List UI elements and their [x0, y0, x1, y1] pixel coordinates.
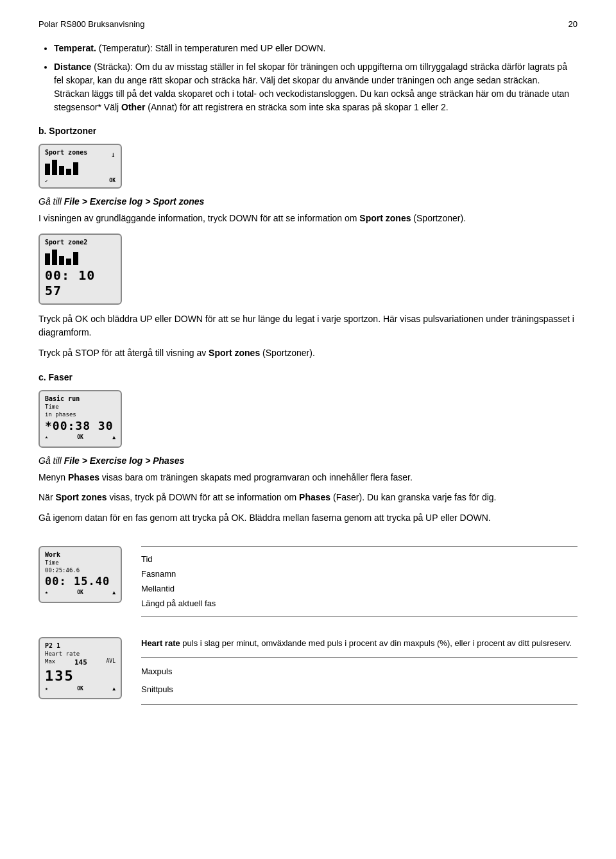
bar-4 — [66, 169, 71, 175]
device1-ok: OK — [109, 178, 116, 183]
hr-bottom: ★ OK ▲ — [45, 686, 116, 692]
faser-line2: Time — [45, 404, 116, 410]
section-c-para3: Gå igenom datan för en fas genom att try… — [38, 511, 578, 525]
device-faser: Basic run Time in phases *00:38 30 ★ OK … — [38, 390, 122, 448]
faser-ok: OK — [77, 434, 83, 440]
para1-bold: Sport zones — [359, 213, 411, 223]
section-c-para1: Menyn Phases visas bara om träningen ska… — [38, 471, 578, 485]
info-table-1: Tid Fasnamn Mellantid Längd på aktuell f… — [141, 546, 578, 617]
page-header: Polar RS800 Bruksanvisning 20 — [38, 19, 578, 29]
para1c-prefix: Menyn — [38, 472, 68, 482]
faser-line3: in phases — [45, 411, 116, 418]
hr-para: Heart rate puls i slag per minut, omväxl… — [141, 637, 578, 651]
table-row-tid: Tid — [141, 552, 578, 566]
work-ok: OK — [77, 590, 83, 595]
para1c-bold: Phases — [68, 472, 99, 482]
work-line1: Work — [45, 551, 116, 558]
para2c-prefix: När — [38, 492, 55, 502]
label-fasnamn: Fasnamn — [141, 569, 176, 579]
para2c-text: visas, tryck på DOWN för att se informat… — [107, 492, 300, 502]
label-snittpuls: Snittpuls — [141, 685, 173, 694]
work-line3: 00:25:46.6 — [45, 567, 116, 574]
faser-arrow: ▲ — [112, 434, 116, 440]
hr-info-text: Heart rate puls i slag per minut, omväxl… — [141, 637, 578, 705]
hr-ok: OK — [77, 686, 83, 692]
para1-rest: (Sportzoner). — [411, 213, 466, 223]
bar-5 — [73, 162, 78, 175]
d2-bar-1 — [45, 253, 50, 265]
hr-arrow: ▲ — [112, 686, 116, 692]
section-c-heading: c. Faser — [38, 372, 578, 382]
page-container: Polar RS800 Bruksanvisning 20 Temperat. … — [0, 0, 616, 745]
bullet-distance-other: Other — [121, 102, 145, 112]
section-b-para3: Tryck på STOP för att återgå till visnin… — [38, 346, 578, 361]
hr-display: 135 — [45, 668, 116, 684]
bullet-temperat-text: (Temperatur): Ställ in temperaturen med … — [96, 43, 326, 53]
hr-value: 145 — [74, 658, 87, 667]
work-time: 00: 15.40 — [45, 575, 116, 588]
section-c-para2: När Sport zones visas, tryck på DOWN för… — [38, 491, 578, 505]
faser-star: ★ — [45, 434, 48, 440]
hr-star: ★ — [45, 686, 48, 692]
bullet-distance-bold: Distance — [54, 62, 91, 72]
d2-bar-5 — [73, 252, 78, 265]
info-box-row-1: Work Time 00:25:46.6 00: 15.40 ★ OK ▲ Ti… — [38, 538, 578, 617]
d2-bar-4 — [66, 259, 71, 265]
device-sport-zones-1: Sport zones ↓ ↙ OK — [38, 144, 122, 189]
para1c-text: visas bara om träningen skapats med prog… — [99, 472, 413, 482]
table-row-snittpuls: Snittpuls — [141, 681, 578, 699]
para2c-bold2: Phases — [299, 492, 330, 502]
section-c: c. Faser Basic run Time in phases *00:38… — [38, 372, 578, 707]
para2c-bold1: Sport zones — [55, 492, 107, 502]
bar-2 — [52, 160, 57, 175]
work-star: ★ — [45, 590, 48, 595]
bullet-temperat-bold: Temperat. — [54, 43, 96, 53]
table-row-maxpuls: Maxpuls — [141, 663, 578, 681]
faser-bottom: ★ OK ▲ — [45, 434, 116, 440]
para2c-rest: (Faser). Du kan granska varje fas för di… — [330, 492, 496, 502]
device1-title: Sport zones — [45, 149, 116, 156]
section-b-nav: Gå till File > Exercise log > Sport zone… — [38, 196, 578, 207]
device1-arrow: ↓ — [111, 150, 116, 159]
bullet-distance-text2: (Annat) för att registrera en sträcka so… — [145, 102, 448, 112]
info-box-row-2: P2 1 Heart rate Max 145 AVL 135 ★ OK ▲ H… — [38, 629, 578, 707]
para3-bold: Sport zones — [209, 348, 260, 358]
d2-bar-3 — [59, 256, 64, 265]
hr-line2: Heart rate — [45, 651, 116, 657]
bar-1 — [45, 164, 50, 175]
hr-sub: AVL — [107, 658, 116, 667]
device2-time: 00: 10 57 — [45, 268, 116, 298]
section-b-para2: Tryck på OK och bläddra UP eller DOWN fö… — [38, 312, 578, 340]
device1-bottom: ↙ OK — [45, 178, 116, 183]
work-arrow: ▲ — [112, 590, 116, 595]
device-heart-rate: P2 1 Heart rate Max 145 AVL 135 ★ OK ▲ — [38, 637, 122, 699]
device1-bars — [45, 157, 116, 175]
device-work-time: Work Time 00:25:46.6 00: 15.40 ★ OK ▲ — [38, 546, 122, 603]
section-b: b. Sportzoner Sport zones ↓ ↙ OK Gå till… — [38, 126, 578, 361]
bullet-distance: Distance (Sträcka): Om du av misstag stä… — [54, 60, 578, 114]
hr-table: Maxpuls Snittpuls — [141, 657, 578, 706]
device2-title: Sport zone2 — [45, 239, 116, 246]
device2-bars — [45, 247, 116, 265]
bullet-temperat: Temperat. (Temperatur): Ställ in tempera… — [54, 42, 578, 55]
table-row-langd: Längd på aktuell fas — [141, 596, 578, 611]
page-title: Polar RS800 Bruksanvisning — [38, 19, 144, 29]
work-line2: Time — [45, 559, 116, 566]
para3-text: Tryck på STOP för att återgå till visnin… — [38, 348, 209, 358]
hr-line1: P2 1 — [45, 642, 116, 649]
label-tid: Tid — [141, 554, 153, 564]
label-langd: Längd på aktuell fas — [141, 599, 216, 608]
section-c-nav: Gå till File > Exercise log > Phases — [38, 455, 578, 466]
section-b-para1: I visningen av grundläggande information… — [38, 212, 578, 226]
page-number: 20 — [569, 19, 578, 29]
para1-text: I visningen av grundläggande information… — [38, 213, 359, 223]
d2-bar-2 — [52, 250, 57, 265]
bar-3 — [59, 166, 64, 175]
label-maxpuls: Maxpuls — [141, 667, 172, 676]
hr-max-row: Max 145 AVL — [45, 658, 116, 667]
bullet-section: Temperat. (Temperatur): Ställ in tempera… — [38, 42, 578, 114]
table-row-fasnamn: Fasnamn — [141, 566, 578, 581]
section-b-heading: b. Sportzoner — [38, 126, 578, 136]
device1-bottom-left: ↙ — [45, 178, 48, 183]
para3-rest: (Sportzoner). — [260, 348, 315, 358]
